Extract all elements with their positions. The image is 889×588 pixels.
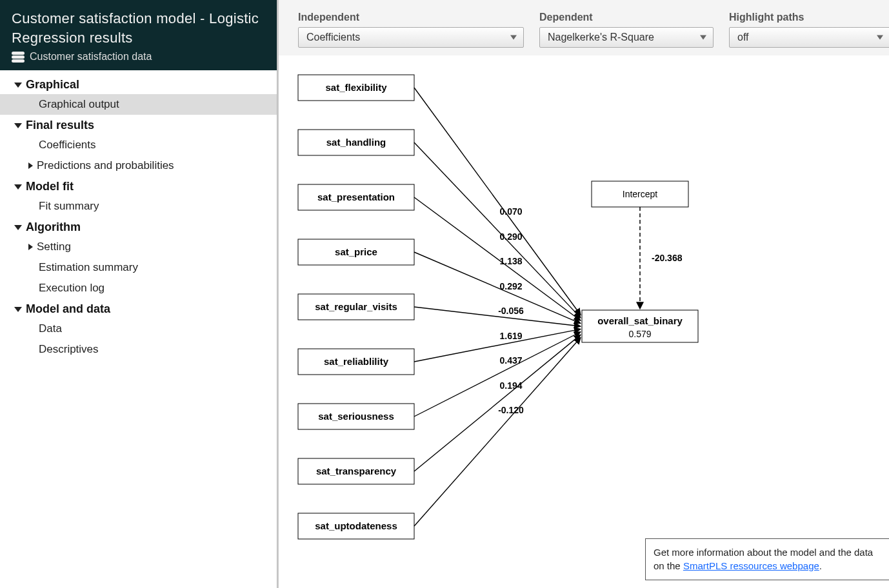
- chevron-down-icon: [877, 35, 883, 40]
- predictor-label: sat_transparency: [316, 466, 397, 476]
- caret-down-icon: [14, 225, 22, 230]
- nav-item-label: Setting: [37, 240, 71, 253]
- chevron-down-icon: [510, 35, 517, 40]
- nav-item[interactable]: Coefficients: [0, 135, 277, 155]
- nav-item[interactable]: Predictions and probabilities: [0, 155, 277, 176]
- intercept-label: Intercept: [623, 189, 658, 199]
- predictor-label: sat_uptodateness: [315, 520, 397, 531]
- nav-section[interactable]: Final results: [0, 115, 277, 135]
- label-dependent: Dependent: [539, 12, 714, 23]
- control-dependent: Dependent Nagelkerke's R-Square: [539, 12, 714, 48]
- nav-item[interactable]: Descriptives: [0, 339, 277, 360]
- caret-right-icon: [28, 162, 33, 169]
- dataset-row: Customer satisfaction data: [12, 51, 265, 63]
- predictor-label: sat_price: [335, 246, 377, 257]
- nav-item-label: Estimation summary: [39, 261, 138, 273]
- controls-row: Independent Coefficients Dependent Nagel…: [279, 0, 889, 55]
- caret-down-icon: [14, 184, 22, 190]
- path-edge: [414, 142, 581, 318]
- nav-item[interactable]: Data: [0, 318, 277, 339]
- nav-section[interactable]: Graphical: [0, 74, 277, 94]
- select-dependent-value: Nagelkerke's R-Square: [548, 32, 654, 43]
- path-coef: 1.619: [499, 331, 522, 341]
- caret-down-icon: [14, 123, 22, 128]
- nav-item-label: Descriptives: [39, 343, 99, 355]
- main-area: Independent Coefficients Dependent Nagel…: [279, 0, 889, 588]
- path-edge: [414, 332, 581, 416]
- select-independent[interactable]: Coefficients: [298, 27, 524, 48]
- path-coef: 0.437: [499, 355, 522, 366]
- select-independent-value: Coefficients: [306, 32, 360, 43]
- path-edge: [414, 252, 581, 324]
- nav-item-label: Predictions and probabilities: [37, 159, 174, 172]
- intercept-value: -20.368: [652, 253, 683, 263]
- nav-item[interactable]: Execution log: [0, 278, 277, 299]
- nav-section-label: Model and data: [26, 302, 110, 316]
- nav-section-label: Final results: [26, 119, 94, 132]
- path-coef: 1.138: [499, 256, 522, 266]
- label-independent: Independent: [298, 12, 524, 23]
- nav-item-label: Data: [39, 322, 62, 335]
- caret-right-icon: [28, 244, 33, 250]
- path-edge: [414, 88, 581, 315]
- predictor-label: sat_regular_visits: [315, 301, 397, 312]
- path-diagram: sat_flexibilitysat_handlingsat_presentat…: [279, 55, 885, 565]
- info-box: Get more information about the model and…: [645, 538, 889, 581]
- dependent-label: overall_sat_binary: [597, 315, 683, 326]
- nav-tree: GraphicalGraphical outputFinal resultsCo…: [0, 70, 277, 364]
- nav-section[interactable]: Model and data: [0, 299, 277, 318]
- nav-section[interactable]: Algorithm: [0, 217, 277, 237]
- predictor-label: sat_seriousness: [318, 411, 394, 422]
- nav-item-label: Execution log: [39, 282, 105, 294]
- sidebar: Customer satisfaction model - Logistic R…: [0, 0, 277, 588]
- sidebar-header: Customer satisfaction model - Logistic R…: [0, 0, 277, 70]
- caret-down-icon: [14, 307, 22, 312]
- control-highlight: Highlight paths off: [729, 12, 889, 48]
- database-icon: [12, 52, 25, 63]
- predictor-label: sat_flexibility: [325, 82, 387, 93]
- nav-item-label: Coefficients: [39, 139, 96, 151]
- nav-item[interactable]: Setting: [0, 237, 277, 257]
- path-edge: [414, 307, 581, 326]
- path-edge: [414, 197, 581, 320]
- nav-section[interactable]: Model fit: [0, 176, 277, 196]
- diagram-canvas[interactable]: sat_flexibilitysat_handlingsat_presentat…: [279, 55, 889, 588]
- nav-item[interactable]: Fit summary: [0, 196, 277, 217]
- model-title: Customer satisfaction model - Logistic R…: [12, 9, 265, 47]
- predictor-label: sat_reliablility: [324, 356, 389, 367]
- chevron-down-icon: [700, 35, 706, 40]
- path-coef: 0.290: [499, 231, 522, 242]
- path-edge: [414, 329, 581, 362]
- nav-section-label: Algorithm: [26, 220, 81, 234]
- control-independent: Independent Coefficients: [298, 12, 524, 48]
- nav-section-label: Graphical: [26, 78, 79, 92]
- nav-item[interactable]: Estimation summary: [0, 257, 277, 278]
- dataset-name: Customer satisfaction data: [30, 51, 152, 63]
- select-highlight-value: off: [737, 32, 749, 43]
- path-coef: -0.120: [498, 405, 524, 415]
- nav-item-label: Fit summary: [39, 200, 99, 212]
- path-coef: -0.056: [498, 306, 524, 316]
- path-edge: [414, 335, 581, 471]
- caret-down-icon: [14, 83, 22, 88]
- info-link[interactable]: SmartPLS ressources webpage: [683, 560, 819, 571]
- info-text-after: .: [819, 560, 822, 571]
- predictor-label: sat_handling: [326, 137, 386, 148]
- path-edge: [414, 338, 581, 527]
- predictor-label: sat_presentation: [317, 191, 395, 202]
- nav-item-label: Graphical output: [39, 98, 119, 110]
- select-highlight[interactable]: off: [729, 27, 889, 48]
- path-coef: 0.194: [499, 380, 522, 391]
- path-coef: 0.292: [499, 281, 522, 291]
- label-highlight: Highlight paths: [729, 12, 889, 23]
- nav-item[interactable]: Graphical output: [0, 94, 277, 115]
- dependent-metric: 0.579: [628, 329, 651, 339]
- select-dependent[interactable]: Nagelkerke's R-Square: [539, 27, 714, 48]
- path-coef: 0.070: [499, 206, 522, 217]
- nav-section-label: Model fit: [26, 180, 74, 193]
